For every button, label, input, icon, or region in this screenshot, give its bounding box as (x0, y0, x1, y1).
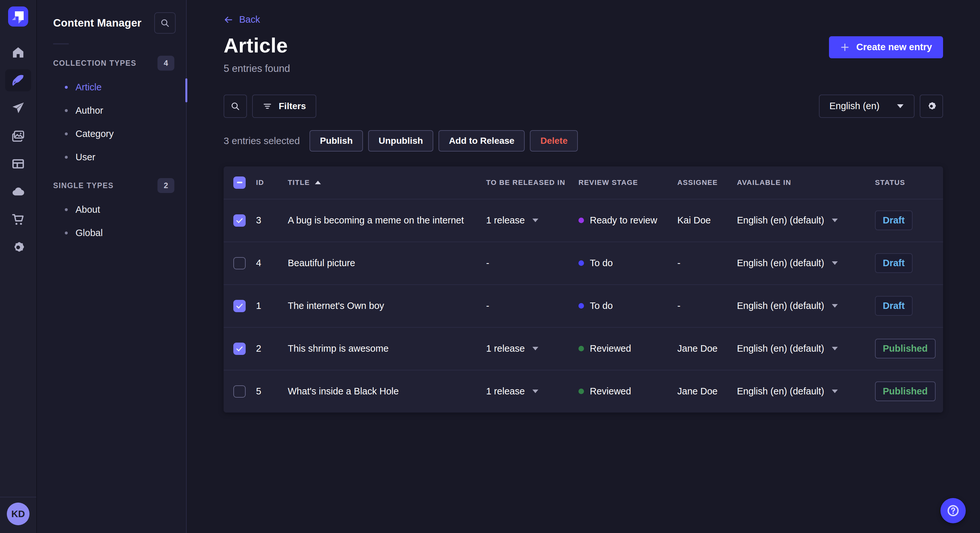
rail-nav-items (5, 41, 31, 259)
layout-icon (11, 157, 25, 171)
main-content: Back Article Create new entry 5 entries … (187, 0, 980, 533)
column-header-review-stage[interactable]: REVIEW STAGE (579, 178, 677, 187)
entries-table: ID TITLE TO BE RELEASED IN REVIEW STAGE … (224, 167, 943, 412)
column-header-release[interactable]: TO BE RELEASED IN (486, 178, 579, 187)
table-header-row: ID TITLE TO BE RELEASED IN REVIEW STAGE … (224, 167, 943, 199)
sidebar-item-label: About (75, 204, 100, 215)
entry-review-stage: Ready to review (579, 215, 677, 226)
rail-item-marketplace[interactable] (5, 209, 31, 230)
entry-release[interactable]: 1 release (486, 386, 579, 397)
status-badge: Published (875, 381, 935, 401)
table-row-entry-2[interactable]: 2This shrimp is awesome1 releaseReviewed… (224, 327, 943, 370)
gear-icon (926, 101, 937, 111)
sidebar-item-label: Category (75, 128, 114, 139)
table-row-entry-1[interactable]: 1The internet's Own boy-To do-English (e… (224, 284, 943, 327)
filters-button[interactable]: Filters (252, 95, 316, 118)
collection-types-list: ArticleAuthorCategoryUser (37, 75, 186, 169)
rail-item-media-library[interactable] (5, 125, 31, 147)
app-root: KD Content Manager COLLECTION TYPES 4 Ar… (0, 0, 980, 533)
rail-item-home[interactable] (5, 41, 31, 63)
row-checkbox[interactable] (233, 214, 246, 227)
publish-button[interactable]: Publish (310, 130, 363, 152)
entry-available-in[interactable]: English (en) (default) (737, 258, 875, 268)
sidebar-item-author[interactable]: Author (37, 99, 186, 122)
entry-review-stage: To do (579, 300, 677, 311)
stage-label: To do (590, 258, 613, 268)
sidebar-item-article[interactable]: Article (37, 75, 186, 99)
sidebar-search-button[interactable] (154, 12, 176, 34)
entry-available-in[interactable]: English (en) (default) (737, 215, 875, 226)
rail-item-content-type-builder[interactable] (5, 153, 31, 175)
search-entries-button[interactable] (224, 95, 247, 118)
chevron-down-icon (831, 261, 838, 265)
entry-release: - (486, 258, 579, 268)
unpublish-button[interactable]: Unpublish (368, 130, 433, 152)
single-types-list: AboutGlobal (37, 198, 186, 244)
entry-title: This shrimp is awesome (288, 343, 486, 354)
entry-id: 5 (256, 386, 288, 397)
rail-item-settings[interactable] (5, 236, 31, 259)
select-all-checkbox[interactable] (233, 176, 246, 189)
entry-review-stage: Reviewed (579, 386, 677, 397)
sidebar-item-user[interactable]: User (37, 145, 186, 169)
strapi-logo-icon[interactable] (8, 6, 28, 27)
help-button[interactable] (940, 498, 966, 523)
entry-available-in[interactable]: English (en) (default) (737, 300, 875, 311)
chevron-down-icon (532, 218, 539, 223)
row-checkbox[interactable] (233, 343, 246, 355)
chevron-down-icon (831, 303, 838, 308)
logo-shape (12, 16, 16, 20)
back-link[interactable]: Back (224, 14, 260, 25)
row-checkbox[interactable] (233, 385, 246, 398)
rail-item-content-manager[interactable] (5, 69, 31, 91)
bullet-icon (65, 132, 68, 135)
add-to-release-button[interactable]: Add to Release (439, 130, 525, 152)
images-icon (11, 129, 25, 143)
locale-select[interactable]: English (en) (819, 95, 915, 118)
section-label: SINGLE TYPES (53, 181, 114, 190)
release-value: 1 release (486, 386, 525, 397)
toolbar-left: Filters (224, 95, 316, 118)
column-header-status[interactable]: STATUS (875, 178, 944, 187)
table-row-entry-5[interactable]: 5What's inside a Black Hole1 releaseRevi… (224, 370, 943, 412)
sidebar-title: Content Manager (53, 17, 142, 29)
entry-available-in[interactable]: English (en) (default) (737, 343, 875, 354)
entry-assignee: Jane Doe (677, 386, 737, 397)
entry-available-in[interactable]: English (en) (default) (737, 386, 875, 397)
rail-item-deploy[interactable] (5, 181, 31, 203)
row-checkbox[interactable] (233, 257, 246, 270)
sidebar-item-global[interactable]: Global (37, 221, 186, 244)
list-settings-button[interactable] (920, 95, 943, 118)
sidebar-item-about[interactable]: About (37, 198, 186, 221)
rail-item-releases[interactable] (5, 97, 31, 119)
sidebar-item-category[interactable]: Category (37, 122, 186, 145)
status-badge: Draft (875, 296, 913, 316)
search-icon (160, 18, 170, 28)
release-value: 1 release (486, 343, 525, 354)
entry-release[interactable]: 1 release (486, 343, 579, 354)
entry-review-stage: To do (579, 258, 677, 268)
feather-pen-icon (11, 73, 25, 87)
entry-assignee: Jane Doe (677, 343, 737, 354)
table-row-entry-3[interactable]: 3A bug is becoming a meme on the interne… (224, 199, 943, 241)
column-header-available-in[interactable]: AVAILABLE IN (737, 178, 875, 187)
user-avatar[interactable]: KD (7, 503, 30, 525)
gear-icon (11, 241, 25, 254)
column-header-assignee[interactable]: ASSIGNEE (677, 178, 737, 187)
status-badge: Draft (875, 211, 913, 230)
chevron-down-icon (532, 346, 539, 351)
cloud-icon (11, 185, 25, 198)
column-header-title[interactable]: TITLE (288, 178, 486, 187)
entry-release[interactable]: 1 release (486, 215, 579, 226)
search-icon (230, 101, 240, 111)
column-header-id[interactable]: ID (256, 178, 288, 187)
table-row-entry-4[interactable]: 4Beautiful picture-To do-English (en) (d… (224, 241, 943, 284)
row-checkbox[interactable] (233, 300, 246, 312)
delete-button[interactable]: Delete (530, 130, 578, 152)
create-new-entry-button[interactable]: Create new entry (829, 36, 943, 58)
entry-status-cell: Draft (875, 211, 944, 230)
question-mark-icon (946, 504, 960, 517)
stage-dot-icon (579, 389, 584, 394)
entry-title: The internet's Own boy (288, 300, 486, 311)
release-value: - (486, 258, 489, 268)
